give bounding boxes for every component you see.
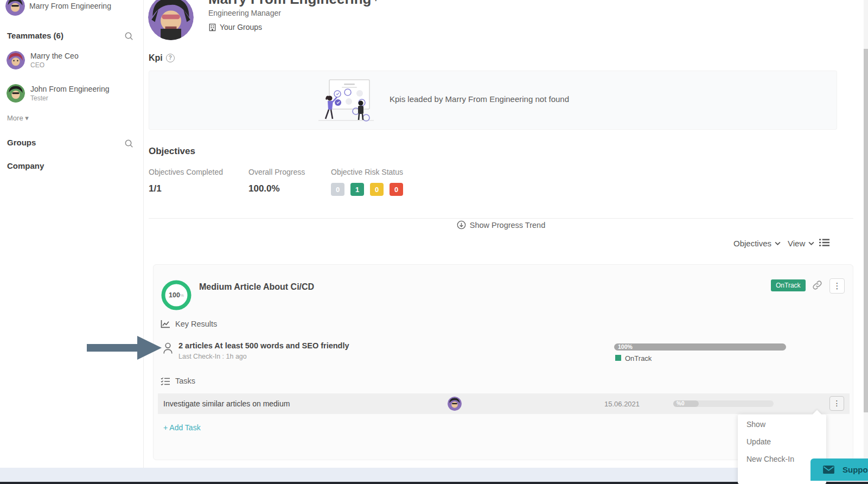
risk-status-label: Objective Risk Status	[331, 168, 403, 176]
key-result-progress-bar: 100%	[614, 343, 786, 351]
annotation-arrow	[87, 344, 137, 352]
profile-avatar	[148, 0, 194, 40]
teammate-name: Marry the Ceo	[30, 52, 79, 60]
objectives-completed-value: 1/1	[149, 183, 162, 194]
annotation-arrow-head	[137, 336, 162, 360]
key-result-owner-icon	[162, 342, 174, 356]
show-progress-trend-button[interactable]: Show Progress Trend	[149, 220, 853, 230]
teammate-row[interactable]: Marry the Ceo CEO	[7, 51, 137, 75]
teammate-avatar	[7, 84, 25, 103]
view-filter-label: View	[788, 239, 805, 248]
key-results-label: Key Results	[175, 320, 217, 328]
kpi-empty-illustration	[314, 77, 378, 126]
kpi-empty-panel: Kpis leaded by Marry From Engineering no…	[149, 71, 837, 130]
chevron-down-icon	[808, 241, 814, 245]
key-result-row[interactable]: 2 articles At least 500 words and SEO fr…	[154, 340, 853, 365]
objective-kebab-menu-button[interactable]: ⋮	[829, 278, 845, 294]
teammates-more-toggle[interactable]: More ▾	[7, 114, 29, 122]
objectives-filter-label: Objectives	[733, 239, 771, 248]
risk-status-badges: 0 1 0 0	[331, 183, 403, 196]
section-divider	[149, 218, 853, 219]
tasks-icon	[161, 377, 170, 387]
tasks-label: Tasks	[175, 377, 195, 385]
current-user-avatar[interactable]	[5, 0, 25, 16]
task-progress-bar: %0	[673, 400, 774, 407]
view-filter-dropdown[interactable]: View	[788, 239, 814, 248]
key-result-last-checkin: Last Check-In : 1h ago	[178, 353, 247, 360]
teammates-search-icon[interactable]	[124, 31, 133, 41]
objective-progress-ring: 100%	[161, 280, 192, 310]
chevron-down-icon	[775, 241, 781, 245]
context-menu-item-new-checkin[interactable]: New Check-In	[746, 455, 794, 463]
overall-progress-label: Overall Progress	[248, 168, 305, 176]
your-groups-label: Your Groups	[220, 23, 262, 31]
teammate-name: John From Engineering	[30, 85, 110, 93]
objective-progress-value: 100%	[161, 280, 192, 310]
your-groups-link[interactable]: Your Groups	[208, 23, 262, 31]
kpi-empty-message: Kpis leaded by Marry From Engineering no…	[390, 94, 569, 104]
risk-badge-ontrack: 1	[350, 183, 364, 196]
risk-badge-atrisk: 0	[370, 183, 384, 196]
objectives-heading: Objectives	[149, 146, 195, 157]
building-icon	[208, 23, 216, 31]
key-results-icon	[161, 320, 170, 330]
kpi-heading: Kpi	[149, 53, 163, 62]
avatar-illustration	[5, 0, 25, 16]
scrollbar-thumb[interactable]	[864, 49, 868, 412]
circle-arrow-down-icon	[457, 220, 466, 230]
objective-title[interactable]: Medium Article About Ci/CD	[199, 282, 314, 292]
key-result-title: 2 articles At least 500 words and SEO fr…	[178, 341, 349, 350]
task-progress-label: %0	[673, 400, 699, 407]
sidebar-item-company[interactable]: Company	[7, 161, 44, 170]
profile-name: Marry From Engineering	[208, 0, 372, 7]
envelope-icon	[822, 465, 835, 474]
app-screen: Marry From Engineering Teammates (6) Mar…	[0, 0, 868, 484]
sidebar-current-user-name[interactable]: Marry From Engineering	[29, 2, 138, 10]
show-progress-trend-label: Show Progress Trend	[470, 221, 545, 230]
task-title: Investigate similar articles on medium	[163, 399, 290, 408]
sidebar-item-groups[interactable]: Groups	[7, 138, 36, 147]
task-kebab-menu-button[interactable]: ⋮	[829, 396, 844, 411]
sidebar: Marry From Engineering Teammates (6) Mar…	[0, 0, 144, 468]
legend-color-swatch	[615, 355, 621, 361]
task-due-date: 15.06.2021	[604, 400, 640, 408]
key-result-status-legend: OnTrack	[625, 354, 652, 362]
add-task-button[interactable]: + Add Task	[163, 423, 201, 432]
profile-caret-down-icon: ▾	[374, 0, 378, 3]
context-menu-item-update[interactable]: Update	[746, 437, 771, 446]
kpi-heading-row: Kpi?	[149, 53, 175, 63]
link-icon[interactable]	[812, 280, 822, 292]
risk-badge-offtrack: 0	[390, 183, 403, 196]
teammate-role: Tester	[30, 94, 48, 102]
teammate-row[interactable]: John From Engineering Tester	[7, 84, 137, 108]
groups-search-icon[interactable]	[124, 139, 133, 148]
teammate-avatar	[7, 51, 25, 69]
teammate-role: CEO	[30, 61, 44, 69]
support-button-label: Support	[843, 465, 868, 474]
teammates-header: Teammates (6)	[7, 31, 63, 40]
list-view-icon[interactable]	[819, 238, 829, 249]
objectives-filter-dropdown[interactable]: Objectives	[733, 239, 781, 248]
task-row[interactable]: Investigate similar articles on medium 1…	[158, 393, 850, 414]
objectives-completed-label: Objectives Completed	[149, 168, 223, 176]
task-assignee-avatar	[448, 397, 462, 411]
profile-job-title: Engineering Manager	[208, 9, 281, 17]
profile-name-dropdown[interactable]: Marry From Engineering ▾	[208, 0, 378, 8]
objective-status-badge: OnTrack	[771, 279, 806, 291]
support-button[interactable]: Support	[810, 458, 868, 481]
risk-badge-none: 0	[331, 183, 344, 196]
overall-progress-value: 100.0%	[248, 183, 280, 194]
context-menu-item-show[interactable]: Show	[746, 420, 765, 429]
kpi-help-icon[interactable]: ?	[166, 54, 175, 62]
